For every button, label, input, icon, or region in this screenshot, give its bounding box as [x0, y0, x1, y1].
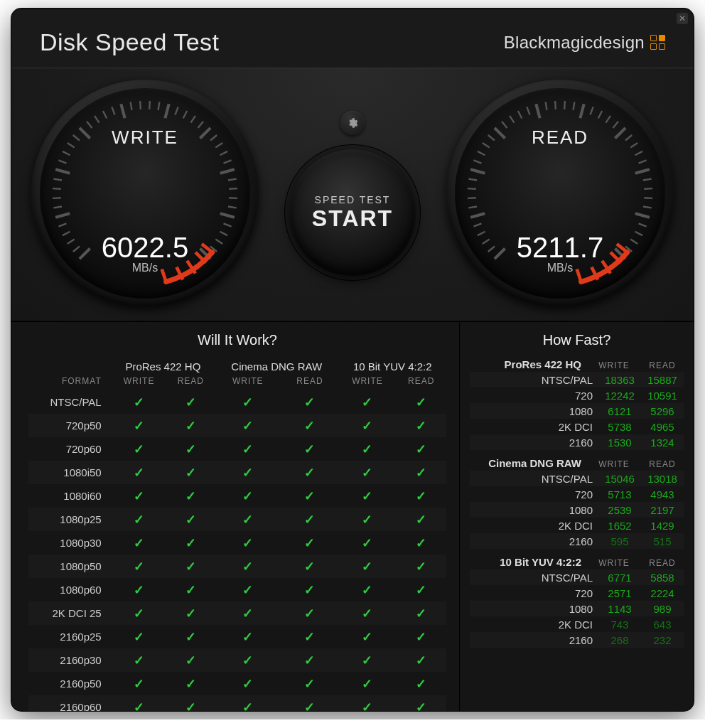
fast-row: 2K DCI 5738 4965 — [470, 419, 684, 434]
checkmark-icon: ✓ — [185, 700, 196, 712]
checkmark-icon: ✓ — [304, 442, 315, 456]
format-label: 2160p30 — [28, 648, 112, 672]
write-gauge-label: WRITE — [31, 127, 259, 149]
checkmark-icon: ✓ — [134, 700, 144, 712]
fast-section: ProRes 422 HQ WRITE READ NTSC/PAL 18363 … — [470, 358, 684, 450]
svg-line-73 — [527, 107, 529, 114]
checkmark-icon: ✓ — [304, 606, 315, 621]
format-label: 1080p50 — [28, 555, 112, 578]
fast-row: 720 5713 4943 — [470, 486, 684, 502]
how-fast-title: How Fast? — [470, 332, 684, 348]
checkmark-icon: ✓ — [416, 630, 426, 644]
checkmark-icon: ✓ — [242, 560, 253, 574]
fast-write-value: 6121 — [598, 405, 641, 417]
svg-line-34 — [224, 160, 232, 163]
svg-line-9 — [53, 179, 62, 181]
checkmark-icon: ✓ — [362, 606, 372, 621]
format-label: NTSC/PAL — [28, 390, 112, 414]
svg-line-76 — [555, 101, 556, 109]
settings-button[interactable] — [340, 111, 365, 135]
fast-write-value: 5713 — [598, 488, 641, 500]
status-cell: ✓ — [112, 461, 167, 484]
status-cell: ✓ — [112, 484, 167, 508]
close-button[interactable]: ✕ — [677, 13, 688, 24]
svg-line-64 — [470, 169, 485, 173]
status-cell: ✓ — [112, 555, 167, 578]
status-cell: ✓ — [215, 648, 281, 672]
status-cell: ✓ — [281, 484, 338, 508]
fast-resolution: 1080 — [470, 603, 598, 615]
svg-line-18 — [103, 111, 107, 119]
status-cell: ✓ — [281, 555, 338, 578]
status-cell: ✓ — [215, 414, 281, 437]
fast-write-value: 1652 — [598, 520, 641, 532]
svg-line-81 — [598, 111, 602, 119]
checkmark-icon: ✓ — [304, 395, 315, 410]
status-cell: ✓ — [397, 484, 446, 508]
status-cell: ✓ — [397, 695, 446, 711]
svg-line-41 — [224, 223, 232, 226]
checkmark-icon: ✓ — [185, 630, 196, 644]
status-cell: ✓ — [112, 531, 167, 555]
fast-read-value: 5858 — [641, 572, 684, 584]
status-cell: ✓ — [167, 414, 215, 437]
fast-resolution: 720 — [470, 390, 598, 402]
format-label: 720p60 — [28, 437, 112, 461]
status-cell: ✓ — [397, 625, 446, 648]
write-gauge: WRITE 6022.5 MB/s — [31, 80, 259, 307]
will-it-work-table: ProRes 422 HQ Cinema DNG RAW 10 Bit YUV … — [28, 358, 446, 711]
fast-resolution: NTSC/PAL — [470, 473, 598, 485]
svg-line-20 — [121, 104, 124, 118]
format-label: 2K DCI 25 — [28, 601, 112, 625]
fast-read-value: 5296 — [641, 405, 684, 417]
fast-resolution: 2160 — [470, 634, 598, 646]
fast-write-value: 268 — [598, 634, 641, 646]
checkmark-icon: ✓ — [416, 419, 426, 433]
svg-line-24 — [158, 102, 160, 110]
checkmark-icon: ✓ — [416, 513, 426, 527]
brand-logo-icon — [650, 35, 665, 50]
status-cell: ✓ — [338, 437, 396, 461]
start-button[interactable]: SPEED TEST START — [289, 149, 416, 276]
checkmark-icon: ✓ — [185, 677, 196, 691]
svg-line-5 — [55, 213, 70, 217]
fast-read-value: 1429 — [641, 520, 684, 532]
format-label: 1080p60 — [28, 578, 112, 601]
fast-row: 720 12242 10591 — [470, 387, 684, 403]
status-cell: ✓ — [215, 508, 281, 531]
fast-write-value: 1143 — [598, 603, 641, 615]
checkmark-icon: ✓ — [185, 419, 196, 433]
checkmark-icon: ✓ — [304, 583, 315, 597]
app-window: ✕ Disk Speed Test Blackmagicdesign — [11, 9, 694, 711]
svg-line-65 — [473, 160, 481, 163]
status-cell: ✓ — [281, 601, 338, 625]
status-cell: ✓ — [281, 672, 338, 695]
app-title: Disk Speed Test — [40, 28, 220, 56]
status-cell: ✓ — [215, 531, 281, 555]
svg-line-6 — [53, 207, 62, 208]
status-cell: ✓ — [397, 578, 446, 601]
will-it-work-title: Will It Work? — [28, 332, 446, 348]
checkmark-icon: ✓ — [242, 536, 253, 550]
status-cell: ✓ — [167, 601, 215, 625]
status-cell: ✓ — [397, 437, 446, 461]
checkmark-icon: ✓ — [242, 700, 253, 712]
fast-resolution: 2160 — [470, 437, 598, 449]
checkmark-icon: ✓ — [185, 489, 196, 503]
fast-read-value: 4943 — [641, 488, 684, 500]
status-cell: ✓ — [167, 555, 215, 578]
status-cell: ✓ — [281, 625, 338, 648]
checkmark-icon: ✓ — [242, 513, 253, 527]
svg-line-95 — [639, 223, 647, 226]
fast-row: 2160 1530 1324 — [470, 434, 684, 450]
status-cell: ✓ — [338, 461, 396, 484]
status-cell: ✓ — [397, 531, 446, 555]
svg-line-91 — [644, 188, 652, 189]
svg-line-80 — [590, 107, 593, 114]
svg-line-4 — [58, 223, 66, 226]
checkmark-icon: ✓ — [242, 583, 253, 597]
status-cell: ✓ — [215, 695, 281, 711]
status-cell: ✓ — [281, 437, 338, 461]
status-cell: ✓ — [112, 695, 167, 711]
svg-line-22 — [140, 101, 141, 109]
